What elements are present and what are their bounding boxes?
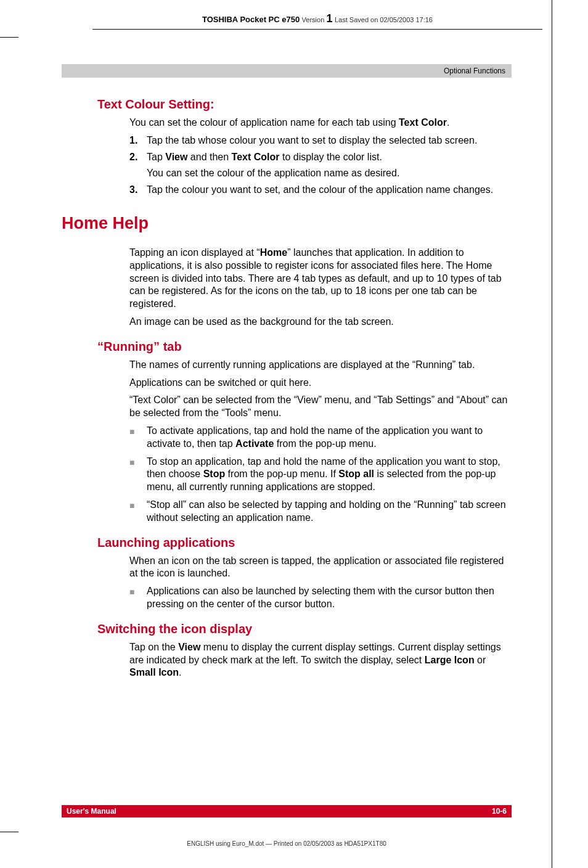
ordered-item: 3. Tap the colour you want to set, and t… <box>129 184 512 197</box>
text: to display the color list. <box>280 152 382 162</box>
text: You can set the colour of application na… <box>129 117 399 128</box>
paragraph: Applications can be switched or quit her… <box>129 377 512 390</box>
paragraph: When an icon on the tab screen is tapped… <box>129 555 512 581</box>
square-bullet-icon: ■ <box>129 585 147 611</box>
square-bullet-icon: ■ <box>129 425 147 451</box>
item-text: Applications can also be launched by sel… <box>147 585 512 611</box>
version-label: Version <box>302 16 325 23</box>
sub-text: You can set the colour of the applicatio… <box>147 167 512 180</box>
product-name: TOSHIBA Pocket PC e750 <box>202 15 300 24</box>
text-bold: Activate <box>235 438 274 449</box>
paragraph: Tap on the View menu to display the curr… <box>129 641 512 679</box>
paragraph: “Text Color” can be selected from the “V… <box>129 394 512 420</box>
footer-right: 10-6 <box>492 805 507 817</box>
footer-print-info: ENGLISH using Euro_M.dot — Printed on 02… <box>62 840 512 847</box>
text-bold: Stop all <box>338 469 374 479</box>
text-bold: View <box>178 642 200 652</box>
text: . <box>179 667 181 678</box>
text-bold: Small Icon <box>129 667 179 678</box>
item-number: 2. <box>129 151 147 164</box>
text-bold: Text Color <box>232 152 280 162</box>
footer-bar: User's Manual 10-6 <box>62 805 512 817</box>
heading-launching: Launching applications <box>97 536 512 550</box>
text-bold: Large Icon <box>425 655 475 665</box>
heading-running: “Running” tab <box>97 340 512 354</box>
page-content: TOSHIBA Pocket PC e750 Version 1 Last Sa… <box>62 0 573 679</box>
text: and then <box>187 152 231 162</box>
item-text: Tap the tab whose colour you want to set… <box>147 134 477 147</box>
item-number: 1. <box>129 134 147 147</box>
square-bullet-icon: ■ <box>129 456 147 494</box>
saved-date: Last Saved on 02/05/2003 17:16 <box>335 16 433 23</box>
text: . <box>447 117 449 128</box>
item-text: To stop an application, tap and hold the… <box>147 456 512 494</box>
text: Tap <box>147 152 165 162</box>
ordered-item: 2. Tap View and then Text Color to displ… <box>129 151 512 164</box>
crop-mark <box>0 37 18 38</box>
text-bold: Stop <box>203 469 226 479</box>
text-bold: Home <box>260 247 287 258</box>
text-bold: View <box>165 152 187 162</box>
header-rule <box>92 29 542 30</box>
text-bold: Text Color <box>399 117 447 128</box>
heading-switching: Switching the icon display <box>97 622 512 636</box>
text: or <box>475 655 486 665</box>
paragraph: Tapping an icon displayed at “Home” laun… <box>129 247 512 311</box>
bullet-item: ■ “Stop all” can also be selected by tap… <box>129 499 512 525</box>
text: Tap on the <box>129 642 178 652</box>
square-bullet-icon: ■ <box>129 499 147 525</box>
text: from the pop-up menu. If <box>225 469 338 479</box>
bullet-item: ■ To activate applications, tap and hold… <box>129 425 512 451</box>
bullet-item: ■ Applications can also be launched by s… <box>129 585 512 611</box>
paragraph: An image can be used as the background f… <box>129 316 512 329</box>
footer-left: User's Manual <box>67 805 116 817</box>
section-bar: Optional Functions <box>62 64 512 78</box>
item-text: Tap the colour you want to set, and the … <box>147 184 493 197</box>
bullet-item: ■ To stop an application, tap and hold t… <box>129 456 512 494</box>
crop-mark <box>0 832 18 832</box>
item-text: Tap View and then Text Color to display … <box>147 151 382 164</box>
item-number: 3. <box>129 184 147 197</box>
version-number: 1 <box>327 12 333 25</box>
paragraph: You can set the colour of application na… <box>129 117 512 129</box>
text: Tapping an icon displayed at “ <box>129 247 260 258</box>
section-title: Optional Functions <box>444 67 505 75</box>
heading-text-colour: Text Colour Setting: <box>97 97 512 112</box>
item-text: To activate applications, tap and hold t… <box>147 425 512 451</box>
ordered-item: 1. Tap the tab whose colour you want to … <box>129 134 512 147</box>
text: from the pop-up menu. <box>274 438 376 449</box>
item-text: “Stop all” can also be selected by tappi… <box>147 499 512 525</box>
page-header: TOSHIBA Pocket PC e750 Version 1 Last Sa… <box>62 12 573 29</box>
paragraph: The names of currently running applicati… <box>129 359 512 372</box>
content-area: Text Colour Setting: You can set the col… <box>62 78 512 679</box>
heading-home-help: Home Help <box>62 214 512 233</box>
